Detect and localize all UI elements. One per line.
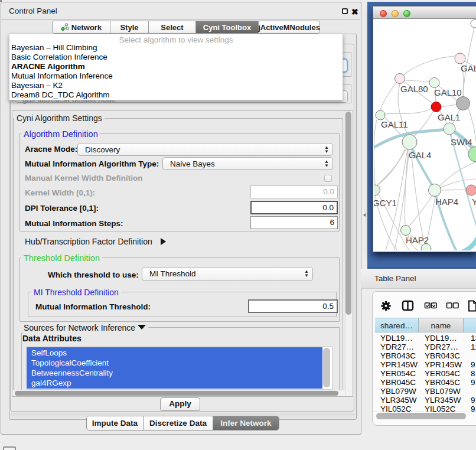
svg-text:HAP4: HAP4 <box>435 197 458 207</box>
svg-text:GAL10: GAL10 <box>434 87 462 97</box>
svg-text:GAL4: GAL4 <box>409 150 431 160</box>
svg-text:GAL11: GAL11 <box>381 119 408 129</box>
svg-text:GAL1: GAL1 <box>438 112 460 122</box>
svg-text:GAL: GAL <box>461 63 476 73</box>
svg-text:GAL80: GAL80 <box>400 84 428 94</box>
svg-text:Y: Y <box>472 197 476 207</box>
svg-text:HAP2: HAP2 <box>406 235 429 245</box>
svg-text:SWI4: SWI4 <box>451 137 472 147</box>
svg-text:GCY1: GCY1 <box>374 198 397 208</box>
